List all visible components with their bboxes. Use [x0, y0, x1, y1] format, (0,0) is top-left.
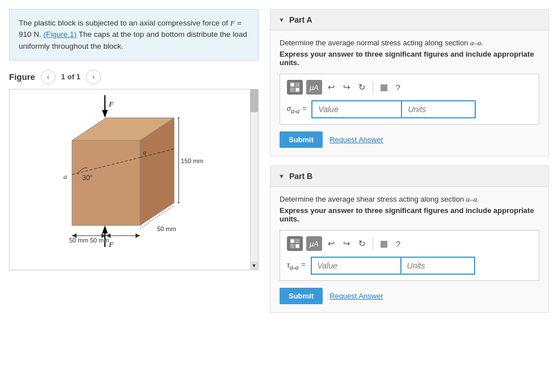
svg-rect-27 [290, 83, 294, 87]
figure-scroll-down[interactable]: ▼ [250, 262, 258, 270]
part-a-redo-button[interactable]: ↪ [341, 80, 353, 95]
svg-rect-29 [290, 88, 294, 92]
part-a-chevron: ▼ [278, 16, 285, 23]
svg-rect-33 [290, 244, 294, 248]
part-a-undo-button[interactable]: ↩ [325, 80, 337, 95]
figure-next-button[interactable]: › [86, 70, 101, 84]
part-b-toolbar: μΑ ↩ ↪ ↻ ▦ ? [287, 236, 532, 251]
part-b-body: Determine the average shear stress actin… [270, 187, 548, 312]
figure-label: Figure [9, 72, 35, 82]
part-b-action-row: Submit Request Answer [280, 288, 539, 304]
svg-text:50 mm: 50 mm [157, 225, 176, 232]
part-b-section: ▼ Part B Determine the average shear str… [270, 165, 549, 313]
part-b-label: Part B [289, 172, 312, 181]
part-a-units-input[interactable] [402, 100, 476, 118]
part-a-request-button[interactable]: Request Answer [329, 135, 383, 144]
part-a-action-row: Submit Request Answer [280, 131, 539, 148]
part-b-separator [373, 237, 373, 250]
part-b-tau-label: τa-a = [287, 261, 306, 271]
svg-text:50 mm 50 mm: 50 mm 50 mm [69, 237, 109, 244]
part-b-input-row: τa-a = [287, 257, 532, 275]
right-panel: ▼ Part A Determine the average normal st… [270, 9, 549, 322]
part-a-grid-button[interactable] [287, 80, 303, 95]
part-b-refresh-button[interactable]: ↻ [356, 236, 368, 251]
figure-page: 1 of 1 [61, 73, 81, 81]
svg-rect-31 [290, 239, 294, 243]
part-b-value-input[interactable] [311, 257, 401, 275]
figure-scrollbar[interactable]: ▲ ▼ [250, 90, 258, 270]
part-b-undo-button[interactable]: ↩ [325, 236, 337, 251]
figure-area: 30° a a F F 15 [9, 89, 259, 270]
svg-text:30°: 30° [82, 174, 92, 182]
figure-prev-button[interactable]: ‹ [41, 70, 56, 84]
part-b-keyboard-button[interactable]: ▦ [378, 236, 390, 251]
part-a-description: Determine the average normal stress acti… [280, 39, 539, 48]
part-b-submit-button[interactable]: Submit [280, 288, 323, 304]
part-a-sigma-label: σa-a = [287, 104, 307, 115]
part-b-header: ▼ Part B [270, 166, 548, 187]
part-b-grid-button[interactable] [287, 236, 303, 251]
part-b-request-button[interactable]: Request Answer [329, 292, 383, 300]
part-a-separator [373, 81, 373, 93]
svg-text:a: a [64, 173, 67, 181]
part-a-refresh-button[interactable]: ↻ [356, 80, 368, 95]
part-a-instruction: Express your answer to three significant… [280, 50, 539, 67]
part-a-keyboard-button[interactable]: ▦ [378, 80, 390, 95]
svg-text:F: F [108, 100, 114, 108]
part-a-mu-button[interactable]: μΑ [306, 80, 322, 95]
svg-text:150 mm: 150 mm [181, 157, 204, 164]
part-b-mu-button[interactable]: μΑ [306, 236, 322, 251]
part-a-label: Part A [289, 15, 312, 24]
part-b-units-input[interactable] [401, 257, 475, 275]
part-b-instruction: Express your answer to three significant… [280, 206, 539, 223]
figure-scroll-thumb[interactable] [250, 90, 258, 112]
part-a-body: Determine the average normal stress acti… [270, 31, 548, 156]
figure-header: Figure ‹ 1 of 1 › [9, 70, 259, 84]
part-a-value-input[interactable] [311, 100, 402, 118]
svg-marker-0 [72, 140, 140, 225]
left-panel: The plastic block is subjected to an axi… [9, 9, 259, 322]
svg-rect-34 [295, 244, 299, 248]
svg-rect-28 [295, 83, 299, 87]
svg-text:a: a [143, 148, 146, 156]
part-a-header: ▼ Part A [270, 10, 548, 31]
svg-text:F: F [108, 240, 114, 249]
problem-statement: The plastic block is subjected to an axi… [9, 9, 259, 61]
figure-svg: 30° a a F F 15 [10, 90, 250, 267]
figure-link[interactable]: (Figure 1) [44, 30, 77, 39]
part-a-answer-box: μΑ ↩ ↪ ↻ ▦ ? σa-a = [280, 74, 539, 125]
svg-marker-12 [102, 225, 108, 233]
part-a-toolbar: μΑ ↩ ↪ ↻ ▦ ? [287, 80, 532, 95]
svg-rect-32 [295, 239, 299, 243]
part-a-section: ▼ Part A Determine the average normal st… [270, 9, 549, 156]
part-a-help-button[interactable]: ? [394, 80, 403, 95]
svg-rect-30 [295, 88, 299, 92]
part-b-chevron: ▼ [278, 173, 285, 180]
svg-marker-9 [102, 110, 108, 118]
part-a-input-row: σa-a = [287, 100, 532, 118]
part-b-help-button[interactable]: ? [394, 236, 403, 251]
svg-marker-26 [136, 233, 140, 238]
part-a-submit-button[interactable]: Submit [280, 131, 323, 148]
part-b-answer-box: μΑ ↩ ↪ ↻ ▦ ? τa-a = [280, 230, 539, 281]
part-b-redo-button[interactable]: ↪ [341, 236, 353, 251]
part-b-description: Determine the average shear stress actin… [280, 195, 539, 204]
